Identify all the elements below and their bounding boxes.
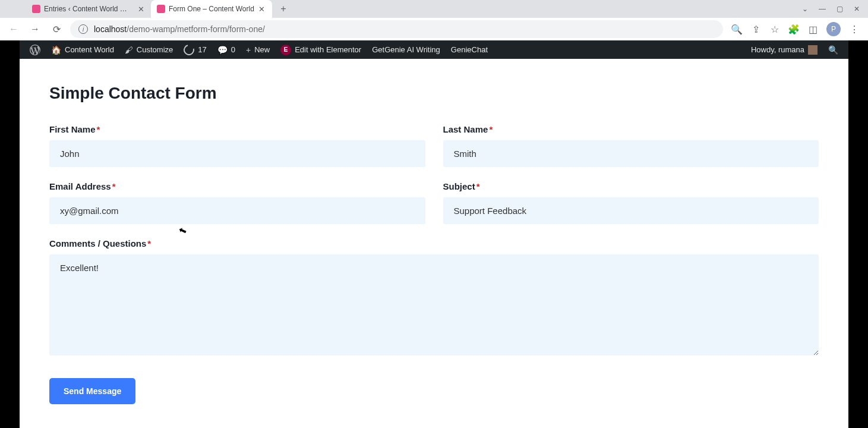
zoom-icon[interactable]: 🔍 <box>731 24 742 34</box>
subject-field-group: Subject* <box>443 181 819 224</box>
forward-button[interactable]: → <box>27 21 43 37</box>
new-link[interactable]: + New <box>241 40 275 59</box>
reload-button[interactable]: ⟳ <box>49 21 64 37</box>
refresh-icon <box>182 42 197 57</box>
label-text: Email Address <box>49 181 111 191</box>
user-greeting[interactable]: Howdy, rumana <box>746 40 823 59</box>
avatar <box>808 45 818 55</box>
address-bar: ← → ⟳ i localhost/demo-wamp/metform-form… <box>0 18 868 40</box>
email-field-group: Email Address* <box>49 181 425 224</box>
last-name-field-group: Last Name* <box>443 124 819 167</box>
wp-logo[interactable] <box>24 40 46 59</box>
customize-label: Customize <box>137 45 173 54</box>
customize-link[interactable]: 🖌 Customize <box>119 40 178 59</box>
first-name-label: First Name* <box>49 124 425 134</box>
site-info-icon[interactable]: i <box>78 24 88 34</box>
url-host: localhost <box>94 24 127 34</box>
profile-avatar[interactable]: P <box>826 22 841 36</box>
comments-field-group: Comments / Questions* <box>49 238 819 355</box>
wordpress-icon <box>30 45 40 55</box>
comments-textarea[interactable] <box>49 254 819 355</box>
comment-icon: 💬 <box>217 45 228 55</box>
page-title: Simple Contact Form <box>49 84 819 103</box>
first-name-field-group: First Name* <box>49 124 425 167</box>
site-name-link[interactable]: 🏠 Content World <box>46 40 119 59</box>
chevron-down-icon[interactable]: ⌄ <box>802 5 808 13</box>
url-input[interactable]: i localhost/demo-wamp/metform-form/form-… <box>70 20 723 38</box>
label-text: Last Name <box>443 124 488 134</box>
browser-tab-entries[interactable]: Entries ‹ Content World — WordPress ✕ <box>26 0 151 18</box>
url-text: localhost/demo-wamp/metform-form/form-on… <box>94 24 265 34</box>
greeting-text: Howdy, rumana <box>751 45 804 54</box>
search-icon: 🔍 <box>828 45 838 55</box>
label-text: Subject <box>443 181 475 191</box>
wordpress-favicon <box>157 5 165 13</box>
new-label: New <box>254 45 270 54</box>
required-star: * <box>147 238 151 248</box>
browser-tab-form-one[interactable]: Form One – Content World ✕ <box>151 0 272 18</box>
first-name-input[interactable] <box>49 140 425 167</box>
email-input[interactable] <box>49 197 425 224</box>
bookmark-icon[interactable]: ☆ <box>769 24 780 34</box>
getgenie-label: GetGenie AI Writing <box>372 45 440 54</box>
minimize-icon[interactable]: — <box>819 5 826 13</box>
site-name-label: Content World <box>65 45 114 54</box>
kebab-menu-icon[interactable]: ⋮ <box>849 24 860 34</box>
geniechat-label: GenieChat <box>451 45 488 54</box>
close-icon[interactable]: ✕ <box>258 5 266 13</box>
comments-link[interactable]: 💬 0 <box>212 40 241 59</box>
required-star: * <box>476 181 480 191</box>
tab-strip: Entries ‹ Content World — WordPress ✕ Fo… <box>0 0 868 18</box>
last-name-input[interactable] <box>443 140 819 167</box>
back-button[interactable]: ← <box>6 21 21 37</box>
close-icon[interactable]: ✕ <box>137 5 145 13</box>
required-star: * <box>112 181 116 191</box>
tab-title: Form One – Content World <box>169 5 254 13</box>
url-path: /demo-wamp/metform-form/form-one/ <box>127 24 265 34</box>
wp-admin-bar: 🏠 Content World 🖌 Customize 17 💬 0 + New… <box>20 40 848 59</box>
updates-count: 17 <box>198 45 206 54</box>
geniechat-link[interactable]: GenieChat <box>446 40 493 59</box>
plus-icon: + <box>246 45 251 55</box>
email-label: Email Address* <box>49 181 425 191</box>
edit-elementor-label: Edit with Elementor <box>295 45 361 54</box>
wordpress-favicon <box>32 5 40 13</box>
new-tab-button[interactable]: + <box>276 1 291 17</box>
page-content: Simple Contact Form First Name* Last Nam… <box>20 59 848 422</box>
tab-title: Entries ‹ Content World — WordPress <box>44 5 133 13</box>
extensions-icon[interactable]: 🧩 <box>788 24 799 34</box>
comments-label: Comments / Questions* <box>49 238 819 248</box>
subject-label: Subject* <box>443 181 819 191</box>
required-star: * <box>97 124 100 134</box>
label-text: First Name <box>49 124 96 134</box>
last-name-label: Last Name* <box>443 124 819 134</box>
brush-icon: 🖌 <box>125 45 133 55</box>
getgenie-link[interactable]: GetGenie AI Writing <box>367 40 446 59</box>
subject-input[interactable] <box>443 197 819 224</box>
comments-count: 0 <box>231 45 235 54</box>
send-message-button[interactable]: Send Message <box>49 378 135 404</box>
search-toggle[interactable]: 🔍 <box>823 40 844 59</box>
sidepanel-icon[interactable]: ◫ <box>807 24 818 34</box>
edit-elementor-link[interactable]: E Edit with Elementor <box>275 40 367 59</box>
maximize-icon[interactable]: ▢ <box>837 5 843 13</box>
elementor-icon: E <box>280 45 291 55</box>
share-icon[interactable]: ⇪ <box>750 24 761 34</box>
close-window-icon[interactable]: ✕ <box>854 5 860 13</box>
updates-link[interactable]: 17 <box>178 40 212 59</box>
label-text: Comments / Questions <box>49 238 146 248</box>
home-icon: 🏠 <box>51 45 61 55</box>
required-star: * <box>489 124 493 134</box>
